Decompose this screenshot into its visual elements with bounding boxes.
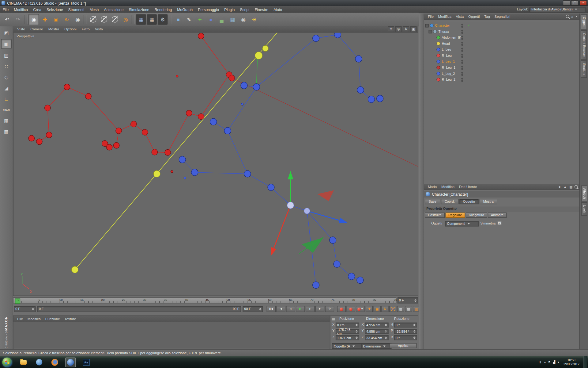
viewport-menu-item[interactable]: Filtro xyxy=(79,27,92,31)
enable-axis-button[interactable]: ∟ xyxy=(2,94,11,103)
volume-icon[interactable]: ◖ xyxy=(557,361,559,364)
character-mode-button[interactable]: Regolare xyxy=(445,213,465,218)
lock-y-axis[interactable]: Y xyxy=(99,14,109,25)
size-mode-dropdown[interactable]: Dimensione xyxy=(361,343,391,349)
dock-tab[interactable]: Content Browser xyxy=(581,31,587,60)
viewport-maximize-icon[interactable]: ▣ xyxy=(410,26,417,32)
Head[interactable]: Head xyxy=(424,40,579,47)
attribute-tab[interactable]: Mostra xyxy=(480,199,497,204)
search-icon[interactable] xyxy=(566,15,569,18)
taskbar-clock[interactable]: 10:59 29/03/2012 xyxy=(562,358,581,366)
add-spline-button[interactable]: ✎ xyxy=(184,14,194,25)
workplane-button[interactable]: ▦ xyxy=(2,116,11,125)
menu-item[interactable]: Aiuto xyxy=(271,7,285,11)
editor-visibility-dot[interactable] xyxy=(461,54,463,56)
lock-icon[interactable]: ▪ xyxy=(575,14,578,18)
edges-mode-button[interactable]: ◇ xyxy=(2,72,11,81)
viewport-canvas[interactable]: YX Prospettiva xyxy=(13,32,418,296)
camera-rotate-icon[interactable]: ↻ xyxy=(403,26,409,32)
menu-item[interactable]: Mesh xyxy=(87,7,101,11)
record-parameter-toggle[interactable]: P xyxy=(389,306,396,312)
current-frame-field[interactable]: 0 F xyxy=(398,297,418,304)
add-camera-button[interactable]: ◉ xyxy=(239,14,248,25)
editor-visibility-dot[interactable] xyxy=(461,36,463,37)
material-list[interactable] xyxy=(14,322,329,349)
render-view-button[interactable]: ▦ xyxy=(136,14,146,25)
render-picture-viewer-button[interactable]: ▦ xyxy=(147,14,157,25)
undo-icon[interactable]: ↶ xyxy=(2,14,12,25)
menu-item[interactable]: MoGraph xyxy=(175,7,195,11)
rotation-field[interactable]: 0 ° xyxy=(394,335,417,340)
R_Leg_2[interactable]: R_Leg_2 xyxy=(424,77,579,83)
mograph-button[interactable]: ✦ xyxy=(195,14,205,25)
prev-key-button[interactable]: ◄ xyxy=(276,306,285,312)
model-mode-button[interactable]: ▣ xyxy=(1,39,12,49)
render-settings-button[interactable]: ⚙ xyxy=(158,14,168,25)
menu-item[interactable]: Crea xyxy=(31,7,44,11)
attribute-tab[interactable]: Base xyxy=(425,199,440,204)
menu-item[interactable]: File xyxy=(0,7,11,11)
make-editable-button[interactable]: ◩ xyxy=(2,28,11,37)
menu-item[interactable]: Personaggio xyxy=(195,7,222,11)
object-name[interactable]: Abdomen_IK xyxy=(442,36,461,39)
object-manager-menu-item[interactable]: Tag xyxy=(482,14,492,18)
record-scale-toggle[interactable]: ▣ xyxy=(374,306,381,312)
object-mode-dropdown[interactable]: Oggetto (R xyxy=(332,343,363,349)
R_Leg[interactable]: R_Leg xyxy=(424,52,579,59)
up-icon[interactable]: ▲ xyxy=(563,185,567,189)
object-manager-menu-item[interactable]: Vista xyxy=(454,14,466,18)
editor-visibility-dot[interactable] xyxy=(461,66,463,67)
search-icon[interactable] xyxy=(575,185,578,189)
viewport-menu-item[interactable]: Vista xyxy=(92,27,105,31)
menu-item[interactable]: Selezione xyxy=(44,7,66,11)
add-cube-button[interactable]: ■ xyxy=(173,14,183,25)
next-frame-button[interactable]: ▸ xyxy=(306,306,315,312)
apply-button[interactable]: Applica xyxy=(390,343,417,348)
object-name[interactable]: R_Leg_2 xyxy=(442,78,455,81)
object-name[interactable]: Thorax xyxy=(438,30,449,33)
taskbar-explorer-button[interactable] xyxy=(18,357,28,367)
texture-mode-button[interactable]: ▨ xyxy=(2,51,11,59)
object-name[interactable]: Head xyxy=(442,42,450,45)
taskbar-photoshop-button[interactable]: Ps xyxy=(81,357,91,367)
taskbar-firefox-button[interactable] xyxy=(50,357,60,367)
snap-grid-toggle[interactable]: ▩ xyxy=(405,306,412,312)
components-dropdown[interactable]: Componenti xyxy=(445,221,479,226)
lock-z-axis[interactable]: Z xyxy=(110,14,120,25)
editor-visibility-dot[interactable] xyxy=(461,42,463,44)
end-frame-field[interactable]: 90 F xyxy=(243,306,263,312)
size-field[interactable]: 33.454 cm xyxy=(365,335,388,340)
back-icon[interactable]: ◄ xyxy=(557,185,562,189)
menu-item[interactable]: Finestre xyxy=(252,7,271,11)
expander-icon[interactable]: - xyxy=(425,24,429,27)
attribute-menu-item[interactable]: Modo xyxy=(426,185,439,189)
maximize-button[interactable]: ▢ xyxy=(571,0,579,6)
position-field[interactable]: 0 cm xyxy=(336,323,359,328)
render-visibility-dot[interactable] xyxy=(461,32,463,34)
polygons-mode-button[interactable]: ◢ xyxy=(2,83,11,92)
render-visibility-dot[interactable] xyxy=(461,38,463,40)
L_Leg_2[interactable]: L_Leg_2 xyxy=(424,71,579,77)
L_Leg_1[interactable]: L_Leg_1 xyxy=(424,59,579,65)
action-center-icon[interactable]: ⚑ xyxy=(548,361,551,364)
position-field[interactable]: -175.745 cm xyxy=(336,329,359,334)
object-manager-menu-item[interactable]: File xyxy=(426,14,436,18)
attribute-tab[interactable]: Coord. xyxy=(441,199,458,204)
move-tool[interactable]: ✚ xyxy=(40,14,50,25)
dock-tab[interactable]: Livelli xyxy=(581,202,587,216)
menu-item[interactable]: Animazione xyxy=(101,7,126,11)
render-visibility-dot[interactable] xyxy=(461,74,463,76)
enabled-check-icon[interactable]: ✓ xyxy=(467,24,470,27)
show-desktop-button[interactable] xyxy=(583,356,587,368)
minimize-button[interactable]: – xyxy=(563,0,570,6)
menu-item[interactable]: Plugin xyxy=(222,7,237,11)
object-name[interactable]: L_Leg xyxy=(442,48,451,52)
render-visibility-dot[interactable] xyxy=(461,44,463,46)
object-name[interactable]: L_Leg_1 xyxy=(442,60,455,63)
panel-splitter[interactable] xyxy=(419,13,424,349)
object-manager-menu-item[interactable]: Segnalibri xyxy=(492,14,512,18)
R_Leg_1[interactable]: R_Leg_1 xyxy=(424,65,579,71)
render-visibility-dot[interactable] xyxy=(461,56,463,58)
record-keyframe-button[interactable] xyxy=(337,306,346,312)
object-name[interactable]: R_Leg xyxy=(442,54,451,57)
